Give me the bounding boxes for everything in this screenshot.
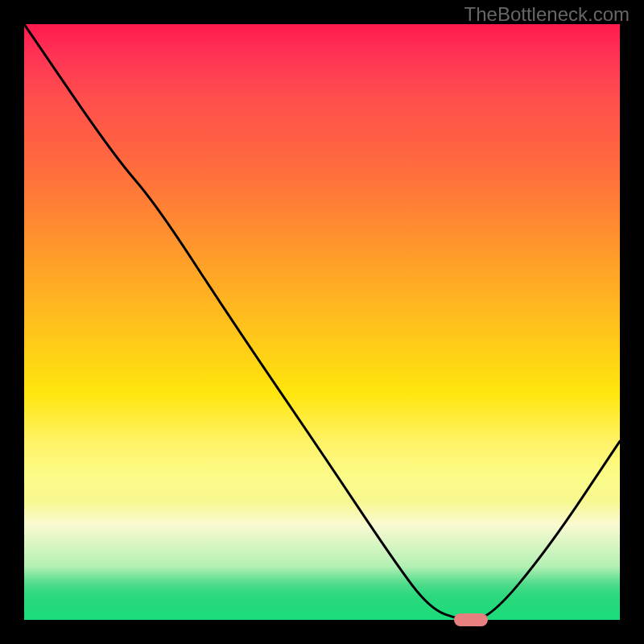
chart-marker — [454, 613, 488, 626]
chart-plot-area — [24, 24, 620, 620]
chart-curve-svg — [24, 24, 620, 620]
chart-curve-path — [24, 24, 620, 620]
watermark-text: TheBottleneck.com — [464, 3, 630, 26]
